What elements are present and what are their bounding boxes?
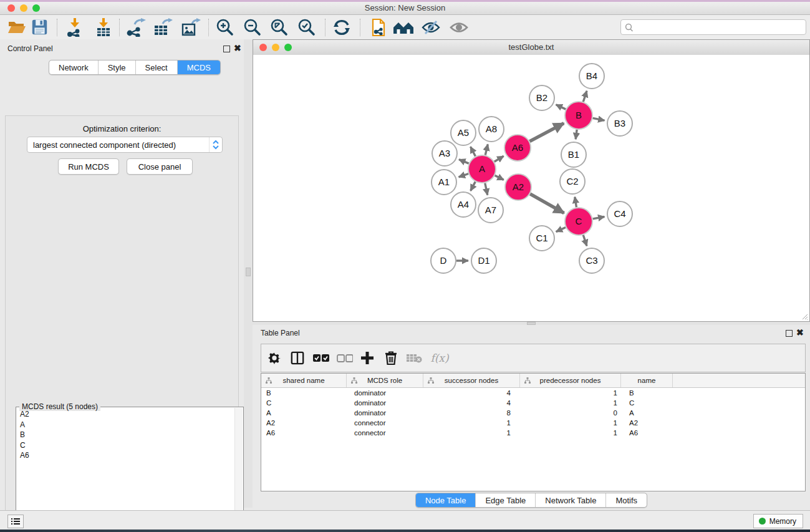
refresh-button[interactable] [330,17,354,37]
zoom-selected-button[interactable] [295,17,319,37]
graph-node-label: D1 [478,255,489,266]
close-panel-button[interactable]: Close panel [127,158,193,175]
mcds-result-item[interactable]: A2 [17,409,234,420]
column-header-successor-nodes[interactable]: successor nodes [423,374,520,387]
table-row[interactable]: Adominator80A [261,408,805,418]
table-cell: A2 [621,419,673,427]
network-window-title: testGlobe.txt [253,40,809,55]
hide-panel-button[interactable] [419,17,443,37]
column-settings-button[interactable] [264,344,285,372]
delete-table-button[interactable] [403,344,425,372]
mcds-result-item[interactable]: A6 [17,450,234,461]
tab-mcds[interactable]: MCDS [178,60,220,74]
graph-edge[interactable] [556,105,566,109]
table-row[interactable]: Cdominator41C [261,398,805,408]
divider-handle[interactable] [246,268,251,276]
network-graph[interactable]: AA1A3A5A8A4A7A6A2BB2B4B3B1CC2C1C4C3DD1 [253,55,809,321]
main-titlebar[interactable]: Session: New Session [0,2,810,15]
graph-edge[interactable] [583,235,587,246]
graph-edge[interactable] [459,173,469,177]
graph-edge[interactable] [495,175,504,180]
open-session-button[interactable] [5,17,29,37]
clone-network-button[interactable] [365,17,389,37]
export-table-button[interactable] [151,17,175,37]
close-panel-icon[interactable]: ✖ [234,45,241,51]
float-panel-icon[interactable] [786,330,793,337]
run-mcds-button[interactable]: Run MCDS [58,158,119,175]
attribute-tree-icon [351,377,357,384]
function-builder-button[interactable]: f(x) [427,344,452,372]
home-button[interactable] [392,17,415,37]
show-eye-button[interactable] [447,17,471,37]
zoom-in-button[interactable] [213,17,237,37]
tab-node-table[interactable]: Node Table [416,493,476,507]
graph-edge[interactable] [494,156,504,162]
graph-edge[interactable] [459,160,469,164]
table-row[interactable]: A6connector11A6 [261,428,805,438]
mcds-result-item[interactable]: B [17,430,234,440]
network-window-titlebar[interactable]: testGlobe.txt [253,40,809,56]
save-session-button[interactable] [27,17,51,37]
column-header-MCDS-role[interactable]: MCDS role [347,374,423,387]
graph-edge[interactable] [485,183,488,195]
mcds-result-item[interactable]: A [17,420,234,430]
memory-button[interactable]: Memory [753,514,803,528]
graph-edge[interactable] [530,194,564,213]
float-panel-icon[interactable] [223,46,230,52]
export-network-button[interactable] [124,17,148,37]
search-field[interactable] [620,19,806,35]
graph-node-label: A7 [485,205,496,215]
graph-edge[interactable] [593,216,605,218]
mcds-result-item[interactable]: C [17,440,234,451]
node-table[interactable]: shared nameMCDS rolesuccessor nodesprede… [261,373,806,491]
graph-node-label: A4 [458,199,469,210]
tab-edge-table[interactable]: Edge Table [476,493,536,507]
column-header-predecessor-nodes[interactable]: predecessor nodes [520,374,621,387]
table-row[interactable]: A2connector11A2 [261,418,805,428]
resize-grip-icon[interactable] [801,312,808,320]
delete-columns-button[interactable] [380,344,402,372]
tab-network-table[interactable]: Network Table [536,493,606,507]
select-all-columns-button[interactable] [311,344,332,372]
tab-select[interactable]: Select [136,60,178,74]
graph-edge[interactable] [470,147,475,156]
control-panel: Control Panel ✖ Network Style Select MCD… [0,39,244,508]
column-header-name[interactable]: name [621,374,673,387]
zoom-out-button[interactable] [241,17,264,37]
show-columns-button[interactable] [287,344,308,372]
vertical-split-divider[interactable] [244,39,253,508]
export-image-button[interactable] [179,17,203,37]
zoom-fit-button[interactable] [268,17,291,37]
graph-edge[interactable] [556,228,566,232]
toolbar-separator [360,19,360,36]
attribute-tree-icon [266,377,272,384]
table-panel-title: Table Panel [261,329,300,337]
gear-icon [268,351,281,365]
task-history-button[interactable] [7,515,24,528]
graph-edge[interactable] [485,144,488,155]
graph-edge[interactable] [471,181,476,191]
delete-table-icon [406,353,422,363]
search-input[interactable] [635,21,806,34]
table-panel-tabs: Node Table Edge Table Network Table Moti… [415,493,647,508]
graph-edge[interactable] [575,197,577,208]
add-column-button[interactable] [357,344,378,372]
list-icon [11,518,20,525]
network-canvas[interactable]: AA1A3A5A8A4A7A6A2BB2B4B3B1CC2C1C4C3DD1 [253,55,809,321]
graph-node-label: A [479,163,485,174]
graph-edge[interactable] [583,91,587,102]
import-table-button[interactable] [92,17,116,37]
criterion-dropdown[interactable]: largest connected component (directed) [27,137,223,153]
graph-edge[interactable] [576,130,577,139]
close-panel-icon[interactable]: ✖ [796,329,804,336]
tab-motifs[interactable]: Motifs [606,493,647,507]
graph-edge[interactable] [593,118,605,120]
table-row[interactable]: Bdominator41B [261,388,805,398]
tab-network[interactable]: Network [49,60,99,74]
unselect-all-columns-button[interactable] [334,344,355,372]
column-header-shared-name[interactable]: shared name [261,374,347,387]
import-network-button[interactable] [64,17,87,37]
table-body: Bdominator41BCdominator41CAdominator80AA… [261,388,805,438]
tab-style[interactable]: Style [99,60,136,74]
graph-edge[interactable] [529,123,564,142]
